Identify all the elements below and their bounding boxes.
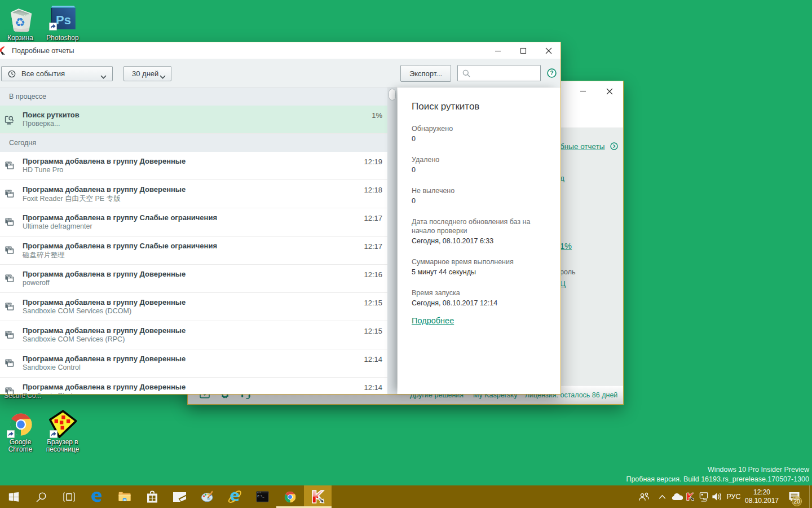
- scrollbar-thumb[interactable]: [389, 89, 396, 100]
- search-box[interactable]: [457, 65, 541, 81]
- task-view-button[interactable]: [55, 485, 83, 508]
- export-button-label: Экспорт...: [409, 69, 442, 78]
- stat-value: 5 минут 44 секунды: [412, 268, 550, 277]
- event-subtitle: Sandboxie COM Services (DCOM): [23, 307, 131, 315]
- row-separator: [0, 133, 387, 134]
- report-toolbar: Все события 30 дней Экспорт... ?: [0, 59, 561, 87]
- desktop-icon-google-chrome[interactable]: Google Chrome: [0, 408, 42, 453]
- event-subtitle: Sandboxie Control: [23, 364, 81, 371]
- group-header-label: Сегодня: [9, 139, 36, 147]
- start-button[interactable]: [0, 485, 28, 508]
- event-row[interactable]: Программа добавлена в группу Доверенные …: [0, 265, 387, 293]
- tray-clock[interactable]: 12:2008.10.2017: [744, 485, 779, 508]
- event-time: 12:17: [364, 214, 382, 222]
- desktop-icon-sandboxed-browser[interactable]: Браузер в песочнице: [41, 408, 84, 453]
- event-subtitle: Sandboxie COM Services (RPC): [23, 335, 125, 343]
- svg-text:Ps: Ps: [56, 13, 71, 27]
- stat-value: Сегодня, 08.10.2017 6:33: [412, 237, 550, 246]
- rootkit-scan-detail-panel: Поиск руткитов Обнаружено 0 Удалено 0 Не…: [398, 87, 561, 394]
- show-desktop-button[interactable]: [810, 485, 812, 508]
- notification-badge: 20: [792, 496, 802, 506]
- event-row[interactable]: Программа добавлена в группу Слабые огра…: [0, 237, 387, 265]
- stat-group: Дата последнего обновления баз на начало…: [412, 217, 550, 246]
- event-title: Программа добавлена в группу Слабые огра…: [23, 213, 217, 222]
- stat-label: Обнаружено: [412, 124, 550, 133]
- detailed-reports-link-fragment[interactable]: бные отчеты: [560, 142, 618, 152]
- scan-progress-link[interactable]: 1%: [560, 242, 572, 251]
- event-row[interactable]: Поиск руткитов Проверка... 1%: [0, 106, 387, 134]
- taskbar-kaspersky-icon[interactable]: [304, 485, 332, 508]
- tray-onedrive-icon[interactable]: [671, 485, 683, 508]
- taskbar-internet-explorer-icon[interactable]: [221, 485, 249, 508]
- event-title: Программа добавлена в группу Доверенные: [23, 354, 186, 363]
- taskbar-search-button[interactable]: [28, 485, 55, 508]
- list-scrollbar[interactable]: [387, 87, 397, 394]
- search-input[interactable]: [474, 69, 540, 77]
- chevron-down-icon: [160, 72, 166, 81]
- desktop-icon-recycle-bin[interactable]: ♻ Корзина: [0, 3, 42, 42]
- period-value: 30 дней: [132, 69, 158, 78]
- application-group-icon: [5, 387, 15, 394]
- event-title: Программа добавлена в группу Доверенные: [23, 326, 186, 335]
- event-filter-dropdown[interactable]: Все события: [1, 66, 113, 81]
- action-center-button[interactable]: 20: [786, 485, 803, 508]
- svg-text:?: ?: [550, 69, 553, 76]
- close-button[interactable]: [536, 42, 561, 59]
- event-time: 12:14: [364, 383, 382, 392]
- tray-kaspersky-icon[interactable]: [686, 485, 695, 508]
- main-minimize-button[interactable]: [579, 87, 595, 99]
- event-time: 12:15: [364, 299, 382, 307]
- scan-progress-icon: [5, 115, 15, 125]
- event-time: 12:16: [364, 270, 382, 279]
- taskbar-edge-icon[interactable]: [83, 485, 111, 508]
- application-group-icon: [5, 358, 15, 369]
- tray-time: 12:20: [745, 488, 779, 497]
- event-subtitle: Проверка...: [23, 120, 60, 128]
- stat-value: 0: [412, 165, 550, 174]
- shortcut-arrow-icon: [7, 430, 15, 440]
- maximize-button[interactable]: [510, 42, 536, 59]
- svg-text:C:\_: C:\_: [258, 495, 265, 498]
- application-group-icon: [5, 274, 15, 284]
- stat-group: Суммарное время выполнения 5 минут 44 се…: [412, 257, 550, 277]
- svg-text:C:\: C:\: [258, 492, 261, 494]
- period-dropdown[interactable]: 30 дней: [123, 66, 171, 81]
- taskbar-file-explorer-icon[interactable]: [111, 485, 138, 508]
- taskbar-mail-icon[interactable]: [166, 485, 193, 508]
- minimize-button[interactable]: [485, 42, 510, 59]
- search-icon: [462, 69, 470, 77]
- tray-people-icon[interactable]: [638, 485, 650, 508]
- tray-language-indicator[interactable]: РУС: [725, 485, 742, 508]
- kaspersky-app-icon: [0, 46, 6, 55]
- tray-chevron-up-icon[interactable]: [657, 485, 667, 508]
- tray-date: 08.10.2017: [745, 497, 779, 505]
- event-row[interactable]: Программа добавлена в группу Доверенные …: [0, 349, 387, 378]
- taskbar-chrome-icon[interactable]: [276, 485, 304, 508]
- desktop-icon-photoshop[interactable]: Ps Photoshop: [41, 3, 84, 42]
- stat-label: Время запуска: [412, 288, 550, 297]
- main-close-button[interactable]: [606, 87, 621, 100]
- taskbar-paint-icon[interactable]: [193, 485, 221, 508]
- stat-label: Удалено: [412, 155, 550, 164]
- desktop: { "desktop": { "icons": { "recycle_bin":…: [0, 0, 812, 508]
- event-title: Программа добавлена в группу Доверенные: [23, 383, 186, 391]
- event-title: Программа добавлена в группу Слабые огра…: [23, 242, 217, 250]
- tray-network-icon[interactable]: [698, 485, 709, 508]
- event-row[interactable]: Программа добавлена в группу Доверенные …: [0, 321, 387, 349]
- event-row[interactable]: Программа добавлена в группу Доверенные …: [0, 152, 387, 180]
- details-link[interactable]: Подробнее: [412, 316, 454, 325]
- chevron-down-icon: [100, 72, 107, 81]
- tray-volume-icon[interactable]: [712, 485, 723, 508]
- event-row[interactable]: Программа добавлена в группу Слабые огра…: [0, 208, 387, 237]
- event-row[interactable]: Программа добавлена в группу Доверенные …: [0, 293, 387, 321]
- report-window-title: Подробные отчеты: [12, 47, 74, 55]
- help-icon[interactable]: ?: [547, 68, 557, 78]
- stat-group: Время запуска Сегодня, 08.10.2017 12:14: [412, 288, 550, 308]
- export-button[interactable]: Экспорт...: [400, 65, 451, 82]
- event-row[interactable]: Программа добавлена в группу Доверенные …: [0, 378, 387, 394]
- taskbar-cmd-icon[interactable]: C:\ C:\_: [249, 485, 276, 508]
- list-group-header: В процессе: [0, 87, 387, 106]
- report-titlebar: Подробные отчеты: [0, 42, 561, 59]
- event-row[interactable]: Программа добавлена в группу Доверенные …: [0, 180, 387, 208]
- taskbar-store-icon[interactable]: [138, 485, 166, 508]
